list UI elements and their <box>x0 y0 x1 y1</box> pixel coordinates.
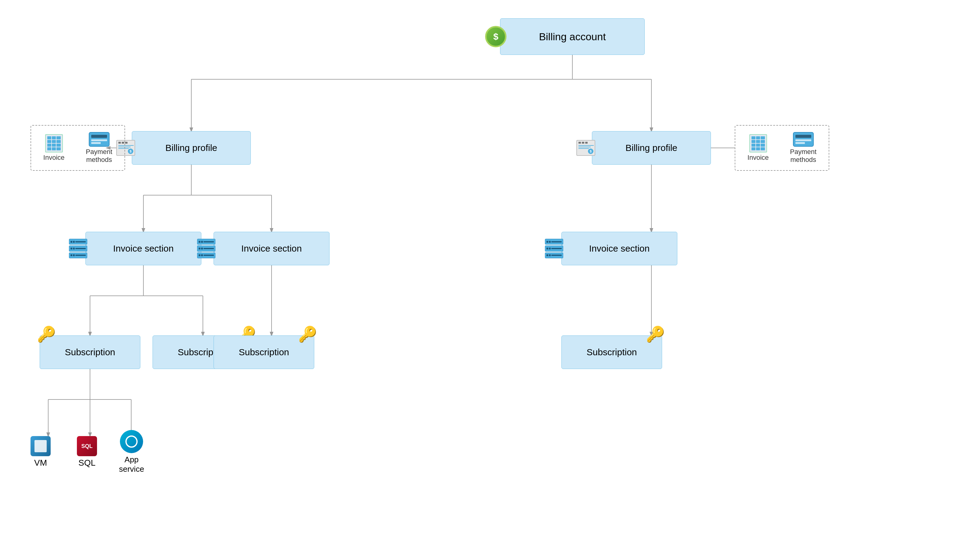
billing-profile-1-node: $ Billing profile <box>132 131 251 165</box>
left-payment-label: Paymentmethods <box>86 148 112 164</box>
right-dashed-box: Invoice Paymentmethods <box>735 125 829 171</box>
invoice-section-1-label: Invoice section <box>113 243 174 254</box>
invoice-section-3-label: Invoice section <box>589 243 649 254</box>
subscription-3-node: 🔑 Subscription <box>214 335 314 369</box>
vm-label: VM <box>34 458 47 468</box>
invoice-section-2-node: Invoice section <box>214 232 329 265</box>
invoice-section-3-node: Invoice section <box>561 232 677 265</box>
app-service-resource: Appservice <box>119 430 144 474</box>
sql-resource: SQL SQL <box>77 436 97 468</box>
vm-resource: VM <box>31 436 51 468</box>
left-invoice-item: Invoice <box>43 134 65 162</box>
subscription-3-label: Subscription <box>239 347 289 358</box>
billing-profile-2-label: Billing profile <box>625 143 677 153</box>
right-payment-label: Paymentmethods <box>790 148 816 164</box>
right-payment-item: Paymentmethods <box>790 132 816 164</box>
sql-label: SQL <box>79 458 95 468</box>
left-invoice-label: Invoice <box>43 154 65 162</box>
subscription-4-node: 🔑 Subscription <box>561 335 662 369</box>
subscription-1-node: 🔑 Subscription <box>40 335 140 369</box>
right-invoice-item: Invoice <box>747 134 769 162</box>
billing-profile-1-label: Billing profile <box>165 143 217 153</box>
left-dashed-box: Invoice Paymentmethods <box>31 125 125 171</box>
right-invoice-label: Invoice <box>747 154 769 162</box>
billing-account-label: Billing account <box>539 31 606 43</box>
app-service-label: Appservice <box>119 455 144 474</box>
invoice-section-2-label: Invoice section <box>241 243 302 254</box>
subscription-1-label: Subscription <box>65 347 115 358</box>
subscription-4-label: Subscription <box>586 347 637 358</box>
left-payment-item: Paymentmethods <box>86 132 112 164</box>
billing-account-node: $ Billing account <box>500 18 645 55</box>
invoice-section-1-node: Invoice section <box>85 232 201 265</box>
billing-profile-2-node: $ Billing profile <box>592 131 711 165</box>
